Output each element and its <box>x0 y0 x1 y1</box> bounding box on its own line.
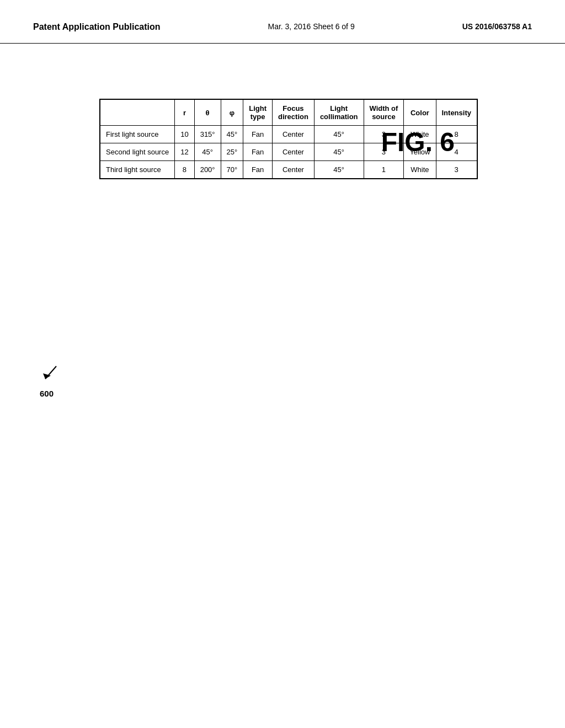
col-header-source <box>100 99 175 126</box>
cell-source: First light source <box>100 126 175 143</box>
data-table-container: r θ φ Lighttype Focusdirection Lightcoll… <box>99 99 532 179</box>
page-header: Patent Application Publication Mar. 3, 2… <box>0 0 565 44</box>
cell-r: 10 <box>175 126 194 143</box>
cell-phi: 25° <box>221 143 243 161</box>
publication-title: Patent Application Publication <box>33 22 161 32</box>
table-row: Third light source8200°70°FanCenter45°1W… <box>100 161 477 179</box>
col-header-widthsource: Width ofsource <box>364 99 404 126</box>
patent-number: US 2016/063758 A1 <box>462 22 532 31</box>
col-header-color: Color <box>404 99 436 126</box>
col-header-theta: θ <box>194 99 221 126</box>
col-header-lightcollimation: Lightcollimation <box>314 99 364 126</box>
cell-source: Second light source <box>100 143 175 161</box>
col-header-intensity: Intensity <box>436 99 477 126</box>
cell-focusdirection: Center <box>272 126 314 143</box>
cell-widthsource: 1 <box>364 161 404 179</box>
cell-r: 8 <box>175 161 194 179</box>
cell-source: Third light source <box>100 161 175 179</box>
cell-lightcollimation: 45° <box>314 126 364 143</box>
cell-lighttype: Fan <box>243 126 273 143</box>
cell-phi: 45° <box>221 126 243 143</box>
figure-600-label: 600 <box>40 389 73 398</box>
main-content: 600 r θ φ Lighttype Focusdirection Light… <box>0 44 565 201</box>
cell-lighttype: Fan <box>243 143 273 161</box>
publication-date-sheet: Mar. 3, 2016 Sheet 6 of 9 <box>268 22 354 31</box>
cell-theta: 315° <box>194 126 221 143</box>
cell-focusdirection: Center <box>272 143 314 161</box>
col-header-lighttype: Lighttype <box>243 99 273 126</box>
cell-intensity: 3 <box>436 161 477 179</box>
figure-600-label-group: 600 <box>40 363 73 398</box>
cell-lightcollimation: 45° <box>314 161 364 179</box>
cell-focusdirection: Center <box>272 161 314 179</box>
col-header-phi: φ <box>221 99 243 126</box>
cell-phi: 70° <box>221 161 243 179</box>
cell-theta: 45° <box>194 143 221 161</box>
cell-r: 12 <box>175 143 194 161</box>
cell-color: White <box>404 161 436 179</box>
cell-lighttype: Fan <box>243 161 273 179</box>
col-header-focusdirection: Focusdirection <box>272 99 314 126</box>
cell-theta: 200° <box>194 161 221 179</box>
cell-lightcollimation: 45° <box>314 143 364 161</box>
arrow-icon <box>40 363 73 386</box>
figure-label: FIG. 6 <box>381 127 455 157</box>
col-header-r: r <box>175 99 194 126</box>
